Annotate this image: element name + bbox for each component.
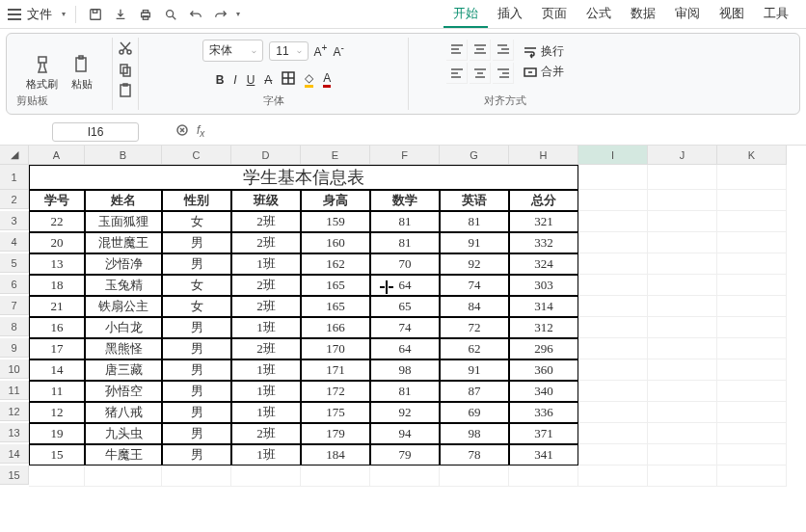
fill-color-button[interactable]: ◇ xyxy=(305,71,313,88)
row-header-7[interactable]: 7 xyxy=(0,296,29,315)
table-cell[interactable]: 15 xyxy=(29,444,85,466)
empty-cell[interactable] xyxy=(162,466,231,487)
table-cell[interactable]: 黑熊怪 xyxy=(85,338,162,359)
font-color-button[interactable]: A xyxy=(323,71,331,88)
col-header-B[interactable]: B xyxy=(85,146,162,165)
empty-cell[interactable] xyxy=(578,338,648,359)
empty-cell[interactable] xyxy=(648,211,717,232)
undo-icon[interactable] xyxy=(186,5,205,24)
empty-cell[interactable] xyxy=(578,317,648,338)
copy-icon[interactable] xyxy=(117,61,134,78)
table-cell[interactable]: 男 xyxy=(162,444,231,466)
empty-cell[interactable] xyxy=(301,466,370,487)
empty-cell[interactable] xyxy=(648,402,717,423)
file-menu[interactable]: 文件 xyxy=(27,6,52,23)
font-name-combo[interactable]: 宋体⌵ xyxy=(202,40,263,62)
table-cell[interactable]: 69 xyxy=(440,402,509,423)
empty-cell[interactable] xyxy=(578,253,648,275)
border-button[interactable] xyxy=(282,71,295,88)
row-header-11[interactable]: 11 xyxy=(0,381,29,400)
decrease-font-icon[interactable]: A- xyxy=(333,42,343,59)
table-cell[interactable]: 72 xyxy=(440,317,509,338)
table-cell[interactable]: 14 xyxy=(29,359,85,381)
table-cell[interactable]: 160 xyxy=(301,232,370,253)
table-cell[interactable]: 171 xyxy=(301,359,370,381)
row-header-14[interactable]: 14 xyxy=(0,444,29,464)
table-cell[interactable]: 2班 xyxy=(231,296,301,317)
spreadsheet[interactable]: ◢ABCDEFGHIJK1学生基本信息表2学号姓名性别班级身高数学英语总分322… xyxy=(0,146,806,532)
align-bottom-icon[interactable] xyxy=(493,40,514,61)
row-header-5[interactable]: 5 xyxy=(0,253,29,273)
table-cell[interactable]: 65 xyxy=(370,296,440,317)
table-cell[interactable]: 男 xyxy=(162,381,231,402)
empty-cell[interactable] xyxy=(648,317,717,338)
empty-cell[interactable] xyxy=(578,211,648,232)
table-cell[interactable]: 女 xyxy=(162,275,231,296)
table-cell[interactable]: 170 xyxy=(301,338,370,359)
align-right-icon[interactable] xyxy=(493,63,514,84)
table-cell[interactable]: 1班 xyxy=(231,317,301,338)
table-cell[interactable]: 1班 xyxy=(231,444,301,466)
tab-开始[interactable]: 开始 xyxy=(443,1,488,28)
empty-cell[interactable] xyxy=(648,444,717,466)
table-cell[interactable]: 沙悟净 xyxy=(85,253,162,275)
table-cell[interactable]: 98 xyxy=(440,423,509,444)
table-cell[interactable]: 79 xyxy=(370,444,440,466)
table-cell[interactable]: 92 xyxy=(370,402,440,423)
fx-icon[interactable]: fx xyxy=(197,123,204,139)
select-all-corner[interactable]: ◢ xyxy=(0,146,29,165)
col-header-G[interactable]: G xyxy=(440,146,509,165)
table-cell[interactable]: 91 xyxy=(440,232,509,253)
row-header-8[interactable]: 8 xyxy=(0,317,29,336)
tab-插入[interactable]: 插入 xyxy=(488,1,532,28)
empty-cell[interactable] xyxy=(648,190,717,211)
empty-cell[interactable] xyxy=(231,466,301,487)
empty-cell[interactable] xyxy=(648,338,717,359)
table-cell[interactable]: 小白龙 xyxy=(85,317,162,338)
empty-cell[interactable] xyxy=(717,381,787,402)
table-cell[interactable]: 74 xyxy=(440,275,509,296)
col-header-C[interactable]: C xyxy=(162,146,231,165)
cancel-fx-icon[interactable] xyxy=(175,123,189,140)
row-header-10[interactable]: 10 xyxy=(0,359,29,379)
table-cell[interactable]: 87 xyxy=(440,381,509,402)
table-cell[interactable]: 男 xyxy=(162,423,231,444)
empty-cell[interactable] xyxy=(440,466,509,487)
bold-button[interactable]: B xyxy=(216,73,225,87)
table-cell[interactable]: 162 xyxy=(301,253,370,275)
table-cell[interactable]: 340 xyxy=(509,381,578,402)
table-cell[interactable]: 唐三藏 xyxy=(85,359,162,381)
col-header-J[interactable]: J xyxy=(648,146,717,165)
table-cell[interactable]: 312 xyxy=(509,317,578,338)
table-cell[interactable]: 91 xyxy=(440,359,509,381)
table-cell[interactable]: 81 xyxy=(370,211,440,232)
table-cell[interactable]: 70 xyxy=(370,253,440,275)
table-cell[interactable]: 336 xyxy=(509,402,578,423)
empty-cell[interactable] xyxy=(717,317,787,338)
table-cell[interactable]: 159 xyxy=(301,211,370,232)
empty-cell[interactable] xyxy=(509,466,578,487)
table-cell[interactable]: 165 xyxy=(301,275,370,296)
empty-cell[interactable] xyxy=(578,402,648,423)
qat-caret-icon[interactable]: ▾ xyxy=(236,10,240,18)
table-cell[interactable]: 2班 xyxy=(231,338,301,359)
empty-cell[interactable] xyxy=(648,296,717,317)
empty-cell[interactable] xyxy=(370,466,440,487)
table-cell[interactable]: 玉面狐狸 xyxy=(85,211,162,232)
table-cell[interactable]: 341 xyxy=(509,444,578,466)
empty-cell[interactable] xyxy=(578,423,648,444)
empty-cell[interactable] xyxy=(717,296,787,317)
empty-cell[interactable] xyxy=(578,296,648,317)
tab-视图[interactable]: 视图 xyxy=(710,1,754,28)
table-cell[interactable]: 81 xyxy=(370,232,440,253)
table-cell[interactable]: 玉兔精 xyxy=(85,275,162,296)
table-cell[interactable]: 81 xyxy=(440,211,509,232)
table-cell[interactable]: 18 xyxy=(29,275,85,296)
align-top-icon[interactable] xyxy=(446,40,468,61)
table-cell[interactable]: 74 xyxy=(370,317,440,338)
table-cell[interactable]: 62 xyxy=(440,338,509,359)
row-header-3[interactable]: 3 xyxy=(0,211,29,230)
row-header-9[interactable]: 9 xyxy=(0,338,29,358)
empty-cell[interactable] xyxy=(578,275,648,296)
table-cell[interactable]: 21 xyxy=(29,296,85,317)
